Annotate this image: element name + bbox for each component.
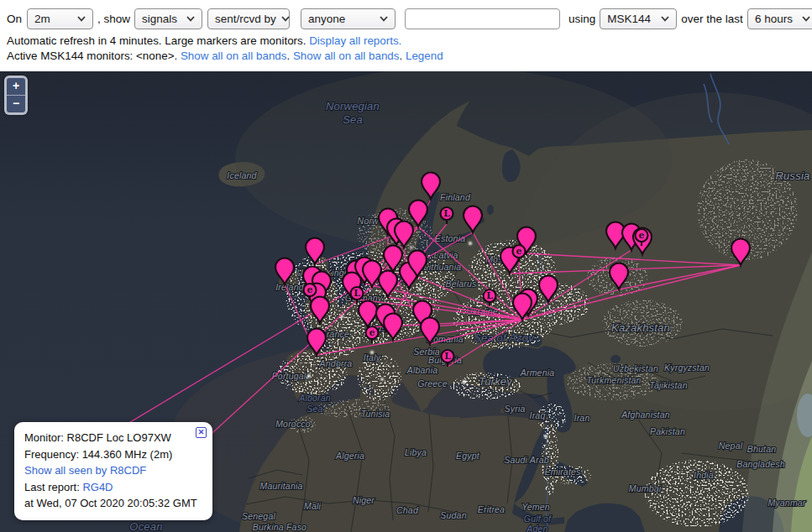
map-label: Kazakhstan xyxy=(611,321,670,334)
map-label: Turkey xyxy=(479,375,513,388)
map-label: Italy xyxy=(364,352,381,362)
zoom-in-button[interactable]: + xyxy=(7,78,25,95)
map-label: India xyxy=(694,470,714,480)
map-label: Niger xyxy=(353,495,375,505)
map-label: Sea of Azov xyxy=(474,331,535,344)
map-label: Morocco xyxy=(275,419,311,429)
map-label: Burkina Faso xyxy=(253,522,306,532)
map-label: Bangladesh xyxy=(736,459,784,469)
who-select[interactable]: anyone xyxy=(301,8,396,29)
separator: . xyxy=(400,50,406,62)
map-label: Gulf of xyxy=(524,514,552,524)
on-label: On xyxy=(7,13,22,25)
display-all-reports-link[interactable]: Display all reports. xyxy=(309,34,401,47)
last-report-label: Last report: xyxy=(24,481,82,493)
mode-select[interactable]: MSK144 xyxy=(600,8,677,29)
toolbar: On 2m , show signals sent/rcvd by anyone… xyxy=(0,0,812,71)
map-label: Algeria xyxy=(335,451,364,461)
timespan-select-value: 6 hours xyxy=(755,13,793,25)
map-label: Iceland xyxy=(227,170,257,180)
svg-text:e: e xyxy=(516,246,522,257)
pskreporter-page: { "toolbar": { "on_label": "On", "band":… xyxy=(0,0,812,532)
map-label: Mumbai xyxy=(629,483,662,493)
map-label: Andorra xyxy=(319,358,353,368)
map-label: Turkmenistan xyxy=(586,375,641,385)
chevron-down-icon xyxy=(802,16,810,22)
band-select[interactable]: 2m xyxy=(27,8,93,29)
separator: . xyxy=(286,50,292,62)
show-all-seen-link[interactable]: Show all seen by R8CDF xyxy=(24,464,146,477)
zoom-control: + − xyxy=(4,76,28,115)
map-label: Sea xyxy=(343,113,363,126)
svg-text:L: L xyxy=(354,288,360,299)
show-all-bands-link-1[interactable]: Show all on all bands xyxy=(181,50,287,62)
map-label: Kyrgyzstan xyxy=(664,362,710,373)
map-label: Pakistan xyxy=(650,426,685,436)
map-label: Mauritania xyxy=(259,481,302,491)
map-label: Aden xyxy=(526,524,547,532)
timespan-select[interactable]: 6 hours xyxy=(747,8,812,29)
last-report-callsign-link[interactable]: RG4D xyxy=(82,481,113,493)
map-label: Egypt xyxy=(456,451,480,461)
map-label: Alboran xyxy=(298,393,331,403)
map-label: Iran xyxy=(574,413,590,423)
chevron-down-icon xyxy=(186,16,195,22)
direction-select[interactable]: sent/rcvd by xyxy=(207,8,290,29)
close-icon[interactable]: ✕ xyxy=(196,427,207,438)
svg-text:e: e xyxy=(639,230,645,241)
svg-text:e: e xyxy=(307,284,313,295)
map-label: Iraq xyxy=(530,410,546,420)
map-label: Emirates xyxy=(544,467,581,477)
chevron-down-icon xyxy=(661,16,669,22)
map-label: Eritrea xyxy=(478,504,505,514)
svg-text:e: e xyxy=(369,327,375,338)
map-label: Nepal xyxy=(719,441,743,451)
map-label: Russia xyxy=(776,170,810,182)
map-label: Armenia xyxy=(520,368,555,378)
map-label: Norwegian xyxy=(326,100,380,112)
map-label: Chad xyxy=(396,505,419,515)
map-label: Tajikistan xyxy=(649,380,687,390)
chevron-down-icon xyxy=(77,16,86,22)
map-label: Portugal xyxy=(272,371,306,381)
what-select[interactable]: signals xyxy=(134,8,202,29)
active-monitors-text: Active MSK144 monitors: <none>. xyxy=(7,50,181,62)
map-label: Lithuania xyxy=(424,262,461,272)
what-select-value: signals xyxy=(142,13,177,25)
map-label: Afghanistan xyxy=(621,409,670,420)
over-the-last-label: over the last xyxy=(681,13,743,25)
map-label: Libya xyxy=(405,447,427,457)
filter-row: On 2m , show signals sent/rcvd by anyone… xyxy=(0,0,812,31)
map-label: Greece xyxy=(417,378,448,389)
map-label: Tunisia xyxy=(361,409,390,419)
map-label: Sea xyxy=(306,404,322,414)
refresh-status-text: Automatic refresh in 4 minutes. Large ma… xyxy=(7,34,309,47)
map-label: Yemen xyxy=(521,502,550,512)
map-label: Belarus xyxy=(445,279,477,289)
direction-select-value: sent/rcvd by xyxy=(215,13,276,25)
popup-timestamp-line: at Wed, 07 Oct 2020 20:05:32 GMT xyxy=(24,495,202,512)
map-canvas[interactable]: NorwegianSeaIcelandRussiaNorwayFinlandEs… xyxy=(0,71,812,532)
svg-text:L: L xyxy=(443,208,450,219)
chevron-down-icon xyxy=(281,16,290,22)
map-label: Ireland xyxy=(275,282,304,292)
callsign-input[interactable] xyxy=(405,8,560,29)
map-label: Myanmar xyxy=(767,498,805,508)
map-label: Uzbekistan xyxy=(613,363,658,373)
map-label: Syria xyxy=(505,404,526,414)
band-select-value: 2m xyxy=(34,13,50,25)
map-label: Finland xyxy=(440,192,471,202)
map-label: Mali xyxy=(304,501,322,511)
show-label: , show xyxy=(97,13,130,25)
legend-link[interactable]: Legend xyxy=(406,50,443,62)
show-all-bands-link-2[interactable]: Show all on all bands xyxy=(293,50,400,62)
svg-text:L: L xyxy=(486,290,493,301)
who-select-value: anyone xyxy=(308,13,345,25)
zoom-out-button[interactable]: − xyxy=(7,95,25,112)
chevron-down-icon xyxy=(380,16,388,22)
map-label: Estonia xyxy=(435,233,465,243)
map-label: Ocean xyxy=(129,520,162,532)
mode-select-value: MSK144 xyxy=(607,13,651,25)
map-label: Albania xyxy=(406,365,437,375)
map-label: Sudan xyxy=(440,510,466,520)
